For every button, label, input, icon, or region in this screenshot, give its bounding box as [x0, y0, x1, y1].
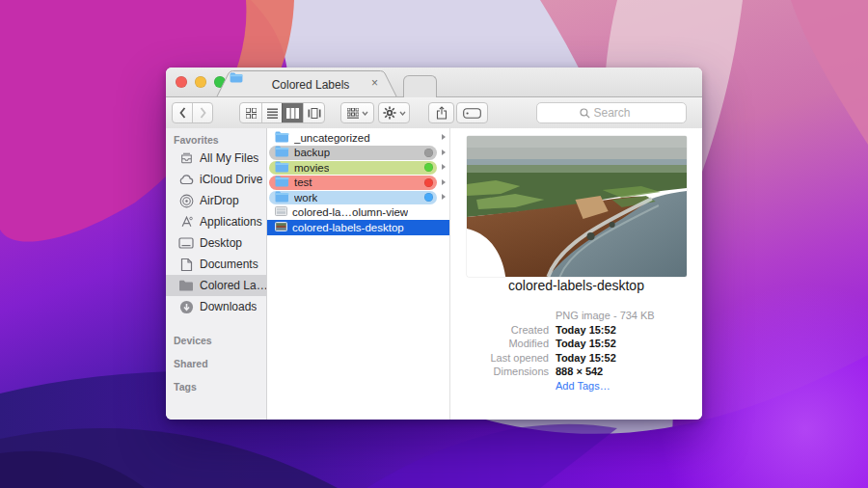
downloads-icon	[178, 299, 194, 314]
disclosure-chevron-icon	[442, 164, 446, 170]
sidebar-header-favorites: Favorites	[174, 134, 266, 148]
file-row-uncategorized[interactable]: _uncategorized	[267, 130, 449, 146]
search-field[interactable]	[536, 102, 687, 123]
file-name: backup	[294, 147, 330, 158]
tab-colored-labels[interactable]: Colored Labels ×	[216, 69, 397, 96]
action-button[interactable]	[378, 102, 410, 123]
sidebar-item-label: Colored La…	[200, 279, 266, 292]
chevron-down-icon	[362, 111, 368, 116]
tags-button[interactable]	[456, 102, 488, 123]
sidebar-item-icloud-drive[interactable]: iCloud Drive	[166, 169, 266, 190]
close-window-button[interactable]	[176, 76, 187, 88]
folder-icon	[275, 191, 289, 204]
file-row-backup[interactable]: backup	[267, 146, 449, 161]
minimize-window-button[interactable]	[195, 76, 206, 88]
desktop: Colored Labels ×	[0, 0, 868, 488]
sidebar-header-tags[interactable]: Tags	[174, 381, 266, 394]
file-row-work[interactable]: work	[267, 190, 449, 205]
file-kind-size: PNG image - 734 KB	[556, 311, 694, 322]
meta-label: Modified	[452, 339, 549, 350]
list-view-button[interactable]	[261, 103, 282, 122]
icon-view-icon	[246, 108, 257, 119]
preview-filename: colored-labels-desktop	[450, 278, 702, 293]
meta-label: Last opened	[452, 353, 549, 365]
add-tags-link[interactable]: Add Tags…	[556, 381, 694, 393]
sidebar-header-devices[interactable]: Devices	[174, 335, 266, 348]
meta-label	[452, 381, 549, 393]
sidebar-item-colored-labels[interactable]: Colored La…	[166, 275, 266, 296]
toolbar	[166, 97, 702, 129]
airdrop-icon	[178, 193, 194, 208]
gear-icon	[383, 106, 396, 120]
gallery-view-button[interactable]	[303, 103, 324, 122]
disclosure-chevron-icon	[442, 179, 446, 185]
sidebar-item-label: Documents	[200, 258, 258, 271]
label-dot	[424, 178, 433, 187]
folder-icon	[275, 161, 289, 175]
group-button[interactable]	[340, 102, 374, 123]
file-name: movies	[294, 162, 329, 174]
forward-button[interactable]	[192, 103, 212, 122]
tag-icon	[463, 108, 481, 119]
meta-label: Dimensions	[452, 366, 549, 378]
applications-icon	[178, 214, 194, 230]
sidebar-item-desktop[interactable]: Desktop	[166, 232, 266, 254]
folder-icon	[178, 278, 194, 293]
file-column: _uncategorized backup	[267, 128, 449, 420]
disclosure-chevron-icon	[442, 194, 446, 200]
sidebar-item-label: Applications	[200, 215, 262, 229]
finder-window: Colored Labels ×	[166, 68, 702, 420]
column-view-button[interactable]	[282, 103, 303, 122]
sidebar-item-airdrop[interactable]: AirDrop	[166, 190, 266, 211]
documents-icon	[178, 257, 194, 272]
disclosure-chevron-icon	[442, 149, 446, 155]
meta-value: 888 × 542	[556, 366, 694, 378]
tab-close-icon[interactable]: ×	[371, 77, 378, 89]
sidebar-item-applications[interactable]: Applications	[166, 211, 266, 232]
new-tab-stub[interactable]	[403, 75, 437, 97]
view-switcher	[239, 102, 325, 123]
column-view-icon	[286, 108, 299, 119]
search-icon	[580, 108, 590, 119]
sidebar-item-label: Downloads	[200, 300, 257, 313]
meta-value: Today 15:52	[556, 339, 694, 350]
folder-icon	[275, 131, 289, 145]
sidebar-item-label: Desktop	[200, 236, 242, 250]
file-row-column-view[interactable]: colored-la…olumn-view	[267, 205, 449, 221]
file-name: colored-la…olumn-view	[292, 206, 408, 218]
file-row-movies[interactable]: movies	[267, 160, 449, 176]
file-name: work	[294, 192, 317, 203]
back-button[interactable]	[173, 103, 192, 122]
folder-icon	[275, 146, 289, 159]
sidebar-item-label: iCloud Drive	[200, 173, 262, 186]
preview-metadata: PNG image - 734 KB Created Today 15:52 M…	[452, 311, 694, 392]
meta-value: Today 15:52	[556, 353, 694, 365]
preview-image[interactable]	[467, 136, 687, 277]
file-name: _uncategorized	[294, 132, 370, 144]
tab-bar: Colored Labels ×	[166, 68, 702, 97]
share-button[interactable]	[428, 102, 454, 123]
sidebar-item-all-my-files[interactable]: All My Files	[166, 148, 266, 169]
sidebar-header-shared[interactable]: Shared	[174, 358, 266, 371]
search-input[interactable]	[594, 106, 644, 120]
file-row-test[interactable]: test	[267, 176, 449, 191]
file-row-colored-labels-desktop[interactable]: colored-labels-desktop	[267, 220, 449, 235]
nav-buttons	[172, 102, 213, 123]
sidebar-item-downloads[interactable]: Downloads	[166, 296, 266, 317]
meta-value: Today 15:52	[556, 325, 694, 337]
tab-title: Colored Labels	[272, 78, 350, 92]
meta-label	[452, 311, 549, 322]
window-content: Favorites All My Files iCloud Drive	[166, 128, 702, 420]
list-view-icon	[267, 108, 278, 119]
file-name: test	[294, 176, 312, 188]
back-chevron-icon	[179, 107, 186, 119]
icon-view-button[interactable]	[240, 103, 261, 122]
sidebar-item-label: All My Files	[200, 151, 258, 165]
forward-chevron-icon	[200, 107, 206, 119]
image-file-icon	[275, 206, 287, 218]
share-icon	[436, 106, 448, 120]
sidebar-item-documents[interactable]: Documents	[166, 254, 266, 275]
preview-pane: colored-labels-desktop PNG image - 734 K…	[449, 128, 702, 420]
folder-icon	[275, 176, 289, 189]
gallery-view-icon	[308, 108, 321, 119]
